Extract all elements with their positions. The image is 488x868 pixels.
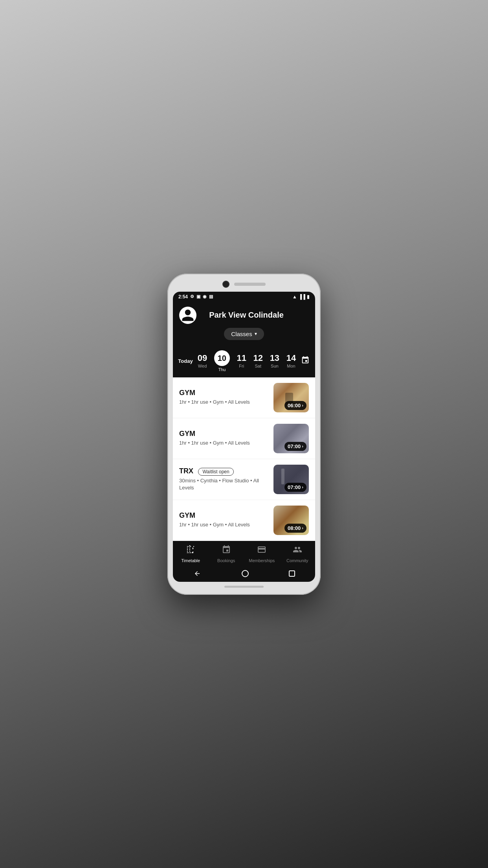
day-num-09: 09 (198, 354, 207, 362)
class-info-trx: TRX Waitlist open 30mins • Cynthia • Flo… (179, 465, 269, 494)
community-label: Community (286, 558, 308, 563)
header-row: Park View Colindale (179, 307, 309, 324)
class-item-gym-0800[interactable]: GYM 1hr • 1hr use • Gym • All Levels 08:… (173, 500, 315, 541)
cal-day-wed[interactable]: 09 Wed (198, 354, 207, 368)
class-name-row-trx: TRX Waitlist open (179, 467, 269, 476)
classes-label: Classes (231, 331, 252, 337)
back-button[interactable] (193, 569, 202, 578)
day-label-wed: Wed (198, 364, 207, 368)
bookings-label: Bookings (217, 558, 235, 563)
day-label-fri: Fri (239, 364, 244, 368)
classes-dropdown[interactable]: Classes ▾ (224, 328, 264, 340)
class-meta-gym-0700: 1hr • 1hr use • Gym • All Levels (179, 440, 269, 447)
class-name-trx: TRX (179, 467, 193, 475)
time-badge-0700b: 07:00 › (284, 483, 306, 492)
bottom-nav: Timetable Bookings Memberships (173, 541, 315, 566)
home-indicator (224, 586, 264, 588)
class-thumb-gym-0800: 08:00 › (273, 506, 309, 535)
day-label-thu: Thu (218, 367, 226, 372)
arrow-icon-0700a: › (302, 444, 303, 449)
status-right: ▲ ▐▐ ▮ (292, 294, 310, 300)
wifi-icon: ▲ (292, 294, 297, 300)
day-num-10: 10 (214, 350, 230, 366)
cal-day-fri[interactable]: 11 Fri (237, 354, 246, 368)
community-icon (293, 545, 302, 557)
settings-icon: ⚙ (190, 294, 194, 299)
speaker (234, 283, 266, 286)
arrow-icon-0600: › (302, 403, 303, 408)
status-left: 2:54 ⚙ ▣ ◉ ▤ (178, 294, 213, 300)
bookings-icon (222, 545, 231, 557)
day-label-sun: Sun (271, 364, 279, 368)
phone-bottom (173, 586, 315, 588)
status-bar: 2:54 ⚙ ▣ ◉ ▤ ▲ ▐▐ ▮ (173, 292, 315, 302)
app-header: Park View Colindale Classes ▾ (173, 302, 315, 346)
android-nav (173, 566, 315, 582)
class-thumb-trx: 07:00 › (273, 465, 309, 494)
day-label-mon: Mon (287, 364, 295, 368)
calendar-strip: Today 09 Wed 10 Thu 11 Fri 12 Sat (173, 346, 315, 377)
day-num-13: 13 (270, 354, 279, 362)
calendar-days: 09 Wed 10 Thu 11 Fri 12 Sat 13 Sun (194, 350, 299, 372)
phone-screen: 2:54 ⚙ ▣ ◉ ▤ ▲ ▐▐ ▮ Park View Colindale (173, 292, 315, 582)
arrow-icon-0800: › (302, 526, 303, 530)
time-display: 2:54 (178, 294, 188, 300)
avatar[interactable] (179, 307, 196, 324)
calendar-icon[interactable] (299, 354, 311, 368)
nav-bookings[interactable]: Bookings (209, 545, 244, 563)
sim-icon: ▤ (209, 294, 213, 299)
time-badge-0700a: 07:00 › (284, 442, 306, 451)
time-badge-0600: 06:00 › (284, 401, 306, 410)
nav-memberships[interactable]: Memberships (244, 545, 280, 563)
class-item-gym-0700[interactable]: GYM 1hr • 1hr use • Gym • All Levels 07:… (173, 418, 315, 459)
class-info-gym-0600: GYM 1hr • 1hr use • Gym • All Levels (179, 383, 269, 412)
cal-day-sat[interactable]: 12 Sat (253, 354, 263, 368)
class-thumb-gym-0700: 07:00 › (273, 424, 309, 453)
class-item-gym-0600[interactable]: GYM 1hr • 1hr use • Gym • All Levels 06:… (173, 377, 315, 418)
arrow-icon-0700b: › (302, 485, 303, 489)
time-text-0700a: 07:00 (288, 443, 301, 449)
battery-icon: ▣ (196, 294, 200, 299)
day-num-11: 11 (237, 354, 246, 362)
timetable-label: Timetable (181, 558, 200, 563)
battery-level-icon: ▮ (307, 294, 310, 300)
class-thumb-gym-0600: 06:00 › (273, 383, 309, 412)
cal-day-thu[interactable]: 10 Thu (214, 350, 230, 372)
today-label: Today (177, 358, 194, 364)
class-meta-gym-0600: 1hr • 1hr use • Gym • All Levels (179, 399, 269, 406)
cal-day-sun[interactable]: 13 Sun (270, 354, 279, 368)
phone-top (173, 281, 315, 288)
shield-icon: ◉ (203, 294, 207, 299)
nav-community[interactable]: Community (280, 545, 316, 563)
class-meta-trx: 30mins • Cynthia • Flow Studio • All Lev… (179, 477, 269, 491)
class-name-gym-0700: GYM (179, 430, 269, 438)
time-text-0700b: 07:00 (288, 484, 301, 490)
cal-day-mon[interactable]: 14 Mon (286, 354, 296, 368)
time-text-0800: 08:00 (288, 525, 301, 531)
class-name-gym-0800: GYM (179, 511, 269, 520)
signal-icon: ▐▐ (299, 294, 305, 300)
timetable-icon (186, 545, 195, 557)
class-name-gym-0600: GYM (179, 389, 269, 397)
day-num-14: 14 (286, 354, 296, 362)
phone-frame: 2:54 ⚙ ▣ ◉ ▤ ▲ ▐▐ ▮ Park View Colindale (167, 274, 321, 595)
class-info-gym-0800: GYM 1hr • 1hr use • Gym • All Levels (179, 506, 269, 535)
home-button[interactable] (242, 570, 249, 577)
memberships-icon (257, 545, 266, 557)
camera (222, 281, 229, 288)
day-label-sat: Sat (255, 364, 262, 368)
class-info-gym-0700: GYM 1hr • 1hr use • Gym • All Levels (179, 424, 269, 453)
memberships-label: Memberships (249, 558, 275, 563)
day-num-12: 12 (253, 354, 263, 362)
recent-button[interactable] (289, 570, 295, 577)
chevron-down-icon: ▾ (255, 331, 257, 337)
nav-timetable[interactable]: Timetable (173, 545, 209, 563)
waitlist-badge: Waitlist open (198, 468, 233, 476)
class-list: GYM 1hr • 1hr use • Gym • All Levels 06:… (173, 377, 315, 541)
class-item-trx-0700[interactable]: TRX Waitlist open 30mins • Cynthia • Flo… (173, 459, 315, 500)
class-meta-gym-0800: 1hr • 1hr use • Gym • All Levels (179, 521, 269, 528)
gym-name: Park View Colindale (201, 311, 292, 320)
time-text-0600: 06:00 (288, 403, 301, 408)
time-badge-0800: 08:00 › (284, 524, 306, 533)
